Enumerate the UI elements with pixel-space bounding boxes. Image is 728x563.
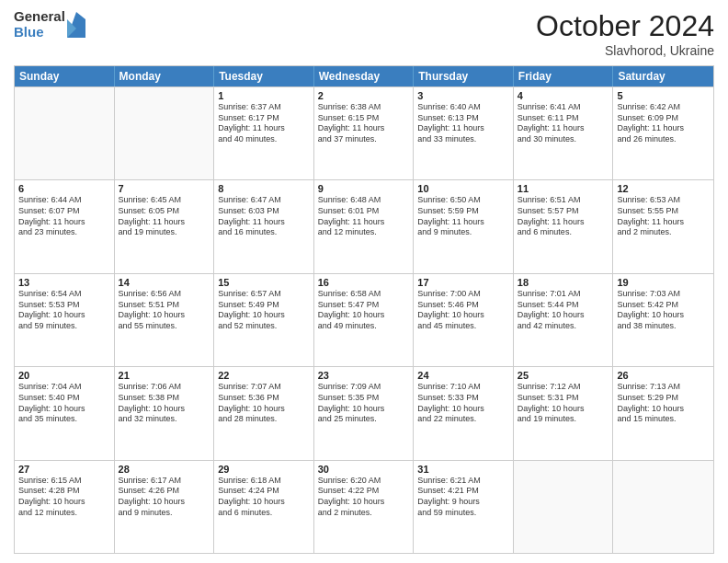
- cell-info-line: Sunrise: 6:58 AM: [318, 289, 410, 300]
- calendar-cell: 17Sunrise: 7:00 AMSunset: 5:46 PMDayligh…: [414, 274, 514, 366]
- day-number: 27: [18, 464, 110, 475]
- cell-info-line: Daylight: 10 hours: [119, 310, 210, 321]
- cell-info-line: Sunrise: 6:50 AM: [417, 195, 509, 206]
- cell-info-line: Daylight: 10 hours: [18, 497, 110, 508]
- calendar-cell: 9Sunrise: 6:48 AMSunset: 6:01 PMDaylight…: [314, 180, 415, 272]
- day-number: 10: [417, 183, 509, 194]
- cell-info-line: and 55 minutes.: [119, 321, 210, 332]
- day-of-week-header: Friday: [514, 66, 614, 86]
- calendar-cell: 31Sunrise: 6:21 AMSunset: 4:21 PMDayligh…: [414, 461, 514, 553]
- cell-info-line: and 40 minutes.: [218, 134, 310, 145]
- cell-info-line: Sunset: 5:36 PM: [218, 393, 310, 404]
- cell-info-line: and 9 minutes.: [119, 508, 210, 519]
- cell-info-line: Sunset: 5:29 PM: [617, 393, 710, 404]
- cell-info-line: and 19 minutes.: [119, 227, 210, 238]
- calendar-cell: 7Sunrise: 6:45 AMSunset: 6:05 PMDaylight…: [115, 180, 215, 272]
- cell-info-line: Daylight: 11 hours: [518, 123, 609, 134]
- cell-info-line: and 30 minutes.: [518, 134, 609, 145]
- calendar-cell: 20Sunrise: 7:04 AMSunset: 5:40 PMDayligh…: [15, 367, 115, 459]
- cell-info-line: and 2 minutes.: [617, 227, 710, 238]
- day-number: 23: [318, 370, 410, 381]
- day-number: 14: [119, 277, 210, 288]
- cell-info-line: and 16 minutes.: [218, 227, 310, 238]
- day-number: 8: [218, 183, 310, 194]
- cell-info-line: Daylight: 10 hours: [18, 404, 110, 415]
- day-number: 29: [218, 464, 310, 475]
- cell-info-line: Daylight: 10 hours: [218, 310, 310, 321]
- day-number: 16: [318, 277, 410, 288]
- cell-info-line: Daylight: 10 hours: [318, 404, 410, 415]
- cell-info-line: Sunset: 6:09 PM: [617, 113, 710, 124]
- calendar-cell: 22Sunrise: 7:07 AMSunset: 5:36 PMDayligh…: [214, 367, 314, 459]
- cell-info-line: and 22 minutes.: [417, 414, 509, 425]
- cell-info-line: Daylight: 11 hours: [318, 123, 410, 134]
- calendar-cell: 26Sunrise: 7:13 AMSunset: 5:29 PMDayligh…: [613, 367, 713, 459]
- location: Slavhorod, Ukraine: [536, 43, 714, 58]
- cell-info-line: and 2 minutes.: [318, 508, 410, 519]
- day-number: 17: [417, 277, 509, 288]
- calendar-cell: 24Sunrise: 7:10 AMSunset: 5:33 PMDayligh…: [414, 367, 514, 459]
- day-number: 15: [218, 277, 310, 288]
- cell-info-line: Sunrise: 6:15 AM: [18, 476, 110, 487]
- calendar-body: 1Sunrise: 6:37 AMSunset: 6:17 PMDaylight…: [15, 86, 713, 553]
- calendar-cell: 15Sunrise: 6:57 AMSunset: 5:49 PMDayligh…: [214, 274, 314, 366]
- cell-info-line: and 45 minutes.: [417, 321, 509, 332]
- cell-info-line: Daylight: 10 hours: [417, 404, 509, 415]
- cell-info-line: Sunrise: 6:56 AM: [119, 289, 210, 300]
- cell-info-line: Daylight: 11 hours: [417, 123, 509, 134]
- calendar-cell: 12Sunrise: 6:53 AMSunset: 5:55 PMDayligh…: [613, 180, 713, 272]
- cell-info-line: and 33 minutes.: [417, 134, 509, 145]
- cell-info-line: Sunrise: 6:41 AM: [518, 102, 609, 113]
- cell-info-line: Daylight: 10 hours: [119, 404, 210, 415]
- day-number: 30: [318, 464, 410, 475]
- cell-info-line: Daylight: 11 hours: [218, 217, 310, 228]
- cell-info-line: Sunset: 6:11 PM: [518, 113, 609, 124]
- logo-blue-text: Blue: [14, 25, 65, 40]
- cell-info-line: Daylight: 10 hours: [18, 310, 110, 321]
- cell-info-line: Sunset: 5:53 PM: [18, 300, 110, 311]
- cell-info-line: Sunrise: 6:20 AM: [318, 476, 410, 487]
- cell-info-line: Daylight: 11 hours: [119, 217, 210, 228]
- cell-info-line: Sunrise: 7:07 AM: [218, 382, 310, 393]
- calendar-week-row: 13Sunrise: 6:54 AMSunset: 5:53 PMDayligh…: [15, 273, 713, 366]
- day-of-week-header: Saturday: [613, 66, 713, 86]
- cell-info-line: and 28 minutes.: [218, 414, 310, 425]
- cell-info-line: Daylight: 11 hours: [318, 217, 410, 228]
- cell-info-line: Sunrise: 6:48 AM: [318, 195, 410, 206]
- cell-info-line: and 15 minutes.: [617, 414, 710, 425]
- cell-info-line: Daylight: 10 hours: [518, 310, 609, 321]
- cell-info-line: Sunset: 6:17 PM: [218, 113, 310, 124]
- cell-info-line: Sunrise: 6:38 AM: [318, 102, 410, 113]
- day-of-week-header: Monday: [115, 66, 215, 86]
- cell-info-line: Sunrise: 6:57 AM: [218, 289, 310, 300]
- cell-info-line: Daylight: 10 hours: [617, 310, 710, 321]
- calendar-cell: 4Sunrise: 6:41 AMSunset: 6:11 PMDaylight…: [514, 87, 614, 179]
- cell-info-line: Sunset: 5:59 PM: [417, 206, 509, 217]
- cell-info-line: and 12 minutes.: [18, 508, 110, 519]
- cell-info-line: Daylight: 10 hours: [318, 497, 410, 508]
- calendar-cell: [514, 461, 614, 553]
- cell-info-line: Sunset: 5:38 PM: [119, 393, 210, 404]
- cell-info-line: Daylight: 10 hours: [318, 310, 410, 321]
- calendar-cell: 21Sunrise: 7:06 AMSunset: 5:38 PMDayligh…: [115, 367, 215, 459]
- cell-info-line: Sunrise: 6:51 AM: [518, 195, 609, 206]
- day-of-week-header: Tuesday: [214, 66, 314, 86]
- cell-info-line: and 32 minutes.: [119, 414, 210, 425]
- cell-info-line: Sunrise: 7:09 AM: [318, 382, 410, 393]
- cell-info-line: and 23 minutes.: [18, 227, 110, 238]
- cell-info-line: Sunrise: 7:01 AM: [518, 289, 609, 300]
- day-number: 9: [318, 183, 410, 194]
- cell-info-line: Daylight: 10 hours: [518, 404, 609, 415]
- cell-info-line: Sunset: 5:57 PM: [518, 206, 609, 217]
- cell-info-line: Daylight: 10 hours: [218, 404, 310, 415]
- day-number: 4: [518, 90, 609, 101]
- cell-info-line: and 6 minutes.: [218, 508, 310, 519]
- cell-info-line: Sunrise: 7:00 AM: [417, 289, 509, 300]
- day-number: 20: [18, 370, 110, 381]
- calendar-cell: 25Sunrise: 7:12 AMSunset: 5:31 PMDayligh…: [514, 367, 614, 459]
- cell-info-line: Sunrise: 6:47 AM: [218, 195, 310, 206]
- day-number: 24: [417, 370, 509, 381]
- day-number: 25: [518, 370, 609, 381]
- calendar-cell: 16Sunrise: 6:58 AMSunset: 5:47 PMDayligh…: [314, 274, 415, 366]
- calendar-cell: 30Sunrise: 6:20 AMSunset: 4:22 PMDayligh…: [314, 461, 415, 553]
